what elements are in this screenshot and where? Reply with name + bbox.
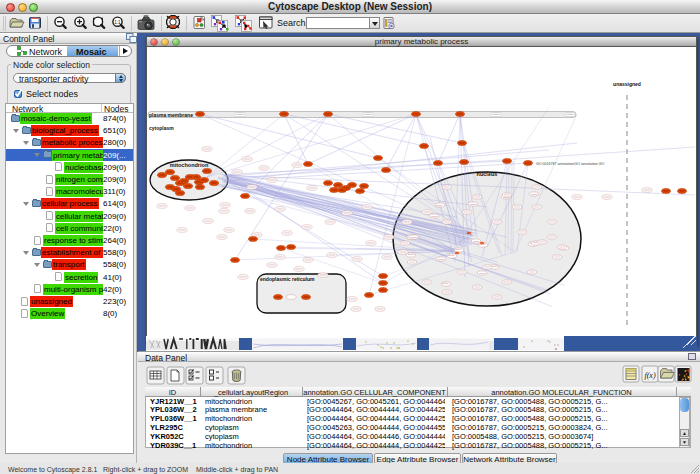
svg-text:GO:0016787 annotationGO annota: GO:0016787 annotationGO annotation.GO xyxy=(536,162,605,166)
svg-text:nucleus: nucleus xyxy=(477,171,498,177)
svg-text:f(x): f(x) xyxy=(644,371,655,380)
svg-text:mitochondrion: mitochondrion xyxy=(170,162,209,168)
svg-text:unassigned: unassigned xyxy=(613,81,641,87)
svg-text:plasma membrane: plasma membrane xyxy=(149,112,193,118)
svg-text:1:1: 1:1 xyxy=(114,20,121,25)
svg-text:endoplasmic reticulum: endoplasmic reticulum xyxy=(260,276,315,282)
svg-text:cytoplasm: cytoplasm xyxy=(149,125,174,131)
